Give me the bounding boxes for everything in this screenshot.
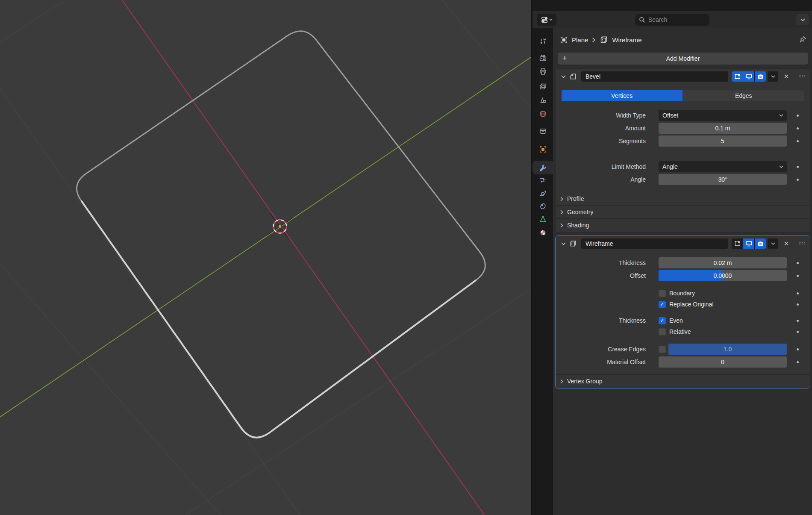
tab-collection[interactable] — [533, 124, 553, 138]
tab-object-data[interactable] — [533, 212, 553, 226]
offset-slider[interactable]: 0.0000 — [659, 270, 787, 281]
relative-row: Relative — [556, 327, 810, 337]
subpanel-profile[interactable]: Profile — [556, 192, 810, 205]
animate-dot[interactable] — [797, 303, 799, 306]
subpanel-geometry[interactable]: Geometry — [556, 205, 810, 218]
modifier-extras-menu-button[interactable] — [768, 238, 778, 249]
header-options-button[interactable] — [796, 14, 809, 25]
angle-row: Angle 30° — [556, 174, 810, 185]
animate-dot[interactable] — [797, 166, 799, 168]
animate-dot[interactable] — [797, 179, 799, 181]
chevron-right-icon — [560, 223, 563, 228]
animate-dot[interactable] — [797, 115, 799, 117]
drag-handle-icon[interactable] — [799, 242, 806, 245]
editor-type-button[interactable] — [537, 14, 556, 26]
animate-dot[interactable] — [797, 361, 799, 363]
realtime-display-toggle[interactable] — [743, 71, 754, 82]
expand-chevron-icon[interactable] — [560, 75, 567, 78]
subpanel-shading[interactable]: Shading — [556, 218, 810, 232]
delete-modifier-button[interactable]: ✕ — [783, 73, 790, 80]
animate-dot[interactable] — [797, 127, 799, 129]
tab-particles[interactable] — [533, 174, 553, 187]
top-strip — [533, 0, 812, 11]
boundary-row: Boundary — [556, 288, 810, 298]
subpanel-vertex-group[interactable]: Vertex Group — [556, 374, 810, 388]
realtime-display-toggle[interactable] — [743, 238, 754, 249]
offset-row: Offset 0.0000 — [556, 270, 810, 281]
pin-icon[interactable] — [799, 36, 806, 43]
3d-viewport[interactable] — [0, 0, 531, 515]
tab-render[interactable] — [533, 51, 553, 65]
wireframe-modifier-header[interactable]: Wireframe — [556, 236, 810, 251]
crease-weight-slider[interactable]: 1.0 — [668, 344, 787, 355]
wireframe-icon — [568, 240, 578, 247]
animate-dot[interactable] — [797, 275, 799, 277]
thickness-field[interactable]: 0.02 m — [659, 257, 787, 268]
chevron-down-icon — [779, 114, 783, 117]
render-display-toggle[interactable] — [755, 238, 766, 249]
material-offset-field[interactable]: 0 — [659, 356, 787, 368]
expand-chevron-icon[interactable] — [560, 242, 567, 245]
breadcrumb: Plane Wireframe — [553, 32, 812, 47]
tab-modifiers[interactable] — [533, 161, 553, 174]
limit-method-dropdown[interactable]: Angle — [659, 161, 787, 172]
breadcrumb-modifier[interactable]: Wireframe — [612, 36, 641, 44]
relative-checkbox[interactable] — [659, 328, 666, 335]
crease-edges-checkbox[interactable] — [659, 346, 666, 353]
affect-edges-button[interactable]: Edges — [683, 90, 804, 101]
tab-view-layer[interactable] — [533, 79, 553, 93]
mesh-cube-icon — [600, 35, 608, 44]
chevron-right-icon — [560, 210, 563, 215]
tab-world[interactable] — [533, 107, 553, 121]
modifier-name-field[interactable]: Wireframe — [581, 238, 728, 249]
amount-field[interactable]: 0.1 m — [659, 123, 787, 134]
tab-tool[interactable] — [533, 34, 553, 48]
display-toggles — [732, 71, 766, 82]
drag-handle-icon[interactable] — [799, 75, 806, 78]
add-modifier-button[interactable]: + Add Modifier — [558, 53, 808, 65]
tab-constraints[interactable] — [533, 199, 553, 213]
animate-dot[interactable] — [797, 140, 799, 142]
angle-field[interactable]: 30° — [659, 174, 787, 185]
render-display-toggle[interactable] — [755, 71, 766, 82]
tab-output[interactable] — [533, 65, 553, 78]
modifier-name-field[interactable]: Bevel — [581, 71, 728, 82]
chevron-down-icon — [779, 165, 783, 168]
edit-mode-toggle[interactable] — [732, 238, 743, 249]
tab-object[interactable] — [533, 142, 553, 156]
limit-method-row: Limit Method Angle — [556, 161, 810, 172]
search-input[interactable]: Search — [635, 14, 709, 26]
replace-original-checkbox[interactable] — [659, 301, 666, 308]
plus-icon: + — [562, 53, 567, 63]
animate-dot[interactable] — [797, 292, 799, 294]
material-offset-row: Material Offset 0 — [556, 356, 810, 368]
tab-scene[interactable] — [533, 93, 553, 107]
animate-dot[interactable] — [797, 348, 799, 350]
replace-original-row: Replace Original — [556, 299, 810, 309]
modifier-extras-menu-button[interactable] — [768, 71, 778, 82]
animate-dot[interactable] — [797, 262, 799, 264]
tab-material[interactable] — [533, 226, 553, 239]
tab-physics[interactable] — [533, 186, 553, 200]
breadcrumb-object[interactable]: Plane — [572, 36, 588, 44]
chevron-right-icon — [560, 197, 563, 201]
edit-mode-toggle[interactable] — [732, 71, 743, 82]
bevel-modifier-panel: Bevel — [555, 68, 810, 232]
bevel-icon — [568, 73, 578, 80]
properties-editor: Search — [533, 0, 812, 515]
chevron-down-icon — [549, 18, 553, 21]
display-toggles — [732, 238, 766, 249]
boundary-checkbox[interactable] — [659, 290, 666, 297]
bevel-modifier-header[interactable]: Bevel — [556, 69, 810, 84]
animate-dot[interactable] — [797, 331, 799, 333]
thickness-even-row: Thickness Even — [556, 315, 810, 326]
properties-editor-icon — [541, 16, 548, 24]
even-checkbox[interactable] — [659, 317, 666, 324]
width-type-row: Width Type Offset — [556, 110, 810, 121]
affect-vertices-button[interactable]: Vertices — [562, 90, 683, 101]
search-placeholder: Search — [648, 16, 667, 23]
animate-dot[interactable] — [797, 320, 799, 322]
width-type-dropdown[interactable]: Offset — [659, 110, 787, 121]
segments-field[interactable]: 5 — [659, 135, 787, 147]
delete-modifier-button[interactable]: ✕ — [783, 240, 790, 247]
